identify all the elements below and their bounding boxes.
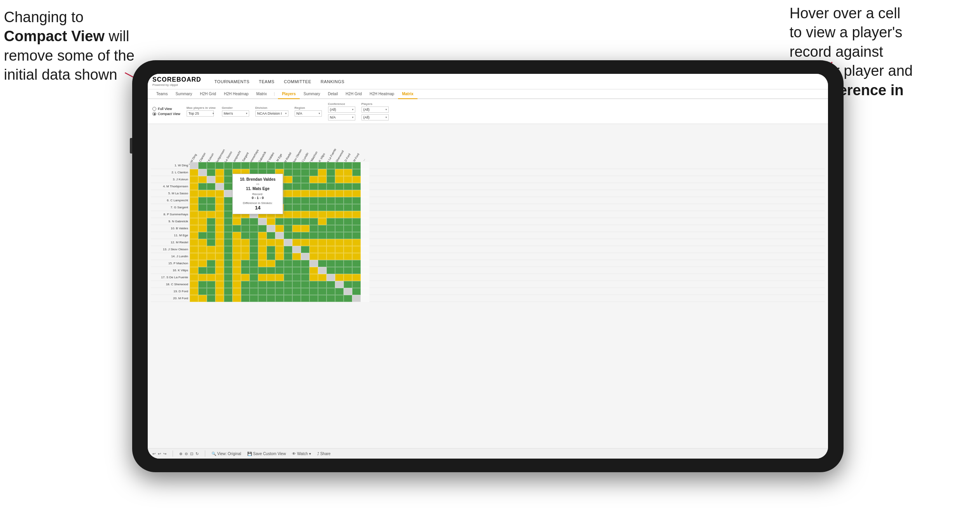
matrix-cell-18-2[interactable]	[207, 288, 215, 295]
matrix-cell-5-12[interactable]	[292, 197, 301, 204]
matrix-cell-9-10[interactable]	[275, 225, 284, 232]
matrix-cell-16-3[interactable]	[215, 274, 224, 281]
matrix-cell-18-18[interactable]	[344, 288, 352, 295]
matrix-cell-9-3[interactable]	[215, 225, 224, 232]
matrix-cell-0-8[interactable]	[258, 162, 267, 169]
matrix-cell-9-4[interactable]	[224, 225, 232, 232]
matrix-cell-10-18[interactable]	[344, 232, 352, 239]
tab-summary1[interactable]: Summary	[171, 89, 196, 99]
matrix-cell-1-19[interactable]	[352, 169, 361, 176]
matrix-cell-12-3[interactable]	[215, 246, 224, 253]
share-btn[interactable]: ⤴ Share	[317, 452, 330, 456]
matrix-cell-5-18[interactable]	[344, 197, 352, 204]
conference-select2[interactable]: N/A	[328, 114, 355, 120]
matrix-cell-13-5[interactable]	[232, 253, 241, 260]
matrix-cell-16-18[interactable]	[344, 274, 352, 281]
nav-rankings[interactable]: RANKINGS	[321, 78, 344, 86]
matrix-cell-11-17[interactable]	[335, 239, 344, 246]
matrix-cell-7-18[interactable]	[344, 211, 352, 218]
matrix-cell-8-2[interactable]	[207, 218, 215, 225]
matrix-cell-12-20[interactable]	[361, 246, 369, 253]
matrix-cell-2-15[interactable]	[318, 176, 327, 183]
matrix-cell-12-19[interactable]	[352, 246, 361, 253]
matrix-cell-13-19[interactable]	[352, 253, 361, 260]
matrix-cell-11-4[interactable]	[224, 239, 232, 246]
undo-btn2[interactable]: ↩	[158, 452, 161, 456]
matrix-cell-14-9[interactable]	[267, 260, 275, 267]
matrix-cell-5-13[interactable]	[301, 197, 309, 204]
matrix-cell-10-19[interactable]	[352, 232, 361, 239]
matrix-cell-14-18[interactable]	[344, 260, 352, 267]
matrix-cell-18-3[interactable]	[215, 288, 224, 295]
matrix-cell-10-17[interactable]	[335, 232, 344, 239]
matrix-cell-1-4[interactable]	[224, 169, 232, 176]
matrix-cell-15-1[interactable]	[198, 267, 207, 274]
matrix-cell-13-8[interactable]	[258, 253, 267, 260]
undo-btn[interactable]: ↩	[152, 452, 155, 456]
matrix-cell-7-12[interactable]	[292, 211, 301, 218]
watch-btn[interactable]: 👁 Watch ▾	[292, 452, 311, 456]
matrix-cell-15-5[interactable]	[232, 267, 241, 274]
matrix-cell-3-1[interactable]	[198, 183, 207, 190]
players-select2[interactable]: (All)	[362, 114, 389, 120]
matrix-cell-12-11[interactable]	[284, 246, 292, 253]
matrix-cell-10-20[interactable]	[361, 232, 369, 239]
matrix-cell-11-5[interactable]	[232, 239, 241, 246]
matrix-cell-18-20[interactable]	[361, 288, 369, 295]
matrix-cell-8-12[interactable]	[292, 218, 301, 225]
matrix-cell-4-4[interactable]	[224, 190, 232, 197]
matrix-cell-5-15[interactable]	[318, 197, 327, 204]
matrix-cell-18-6[interactable]	[241, 288, 250, 295]
matrix-cell-5-20[interactable]	[361, 197, 369, 204]
matrix-cell-2-2[interactable]	[207, 176, 215, 183]
matrix-cell-14-16[interactable]	[327, 260, 335, 267]
matrix-cell-16-12[interactable]	[292, 274, 301, 281]
matrix-cell-6-13[interactable]	[301, 204, 309, 211]
matrix-cell-15-19[interactable]	[352, 267, 361, 274]
matrix-cell-11-20[interactable]	[361, 239, 369, 246]
matrix-cell-13-0[interactable]	[190, 253, 198, 260]
matrix-cell-1-3[interactable]	[215, 169, 224, 176]
matrix-cell-3-11[interactable]	[284, 183, 292, 190]
matrix-cell-9-18[interactable]	[344, 225, 352, 232]
matrix-cell-5-14[interactable]	[309, 197, 318, 204]
matrix-cell-11-2[interactable]	[207, 239, 215, 246]
matrix-cell-6-18[interactable]	[344, 204, 352, 211]
matrix-cell-19-17[interactable]	[335, 295, 344, 302]
matrix-cell-3-20[interactable]	[361, 183, 369, 190]
matrix-cell-9-17[interactable]	[335, 225, 344, 232]
matrix-cell-5-4[interactable]	[224, 197, 232, 204]
matrix-cell-0-11[interactable]	[284, 162, 292, 169]
matrix-cell-3-4[interactable]	[224, 183, 232, 190]
matrix-cell-2-11[interactable]	[284, 176, 292, 183]
matrix-cell-1-16[interactable]	[327, 169, 335, 176]
matrix-cell-15-12[interactable]	[292, 267, 301, 274]
matrix-cell-9-6[interactable]	[241, 225, 250, 232]
matrix-cell-13-14[interactable]	[309, 253, 318, 260]
region-select[interactable]: N/A	[295, 110, 322, 117]
matrix-cell-17-20[interactable]	[361, 281, 369, 288]
matrix-cell-16-19[interactable]	[352, 274, 361, 281]
matrix-cell-14-4[interactable]	[224, 260, 232, 267]
matrix-cell-4-16[interactable]	[327, 190, 335, 197]
matrix-cell-15-8[interactable]	[258, 267, 267, 274]
matrix-cell-16-20[interactable]	[361, 274, 369, 281]
matrix-cell-18-12[interactable]	[292, 288, 301, 295]
matrix-cell-10-0[interactable]	[190, 232, 198, 239]
matrix-cell-11-7[interactable]	[250, 239, 258, 246]
matrix-cell-3-16[interactable]	[327, 183, 335, 190]
nav-tournaments[interactable]: TOURNAMENTS	[215, 78, 250, 86]
matrix-cell-9-11[interactable]	[284, 225, 292, 232]
matrix-cell-15-14[interactable]	[309, 267, 318, 274]
matrix-cell-12-1[interactable]	[198, 246, 207, 253]
matrix-cell-18-4[interactable]	[224, 288, 232, 295]
matrix-cell-16-7[interactable]	[250, 274, 258, 281]
matrix-cell-8-11[interactable]	[284, 218, 292, 225]
matrix-cell-16-2[interactable]	[207, 274, 215, 281]
matrix-cell-18-17[interactable]	[335, 288, 344, 295]
matrix-cell-16-9[interactable]	[267, 274, 275, 281]
matrix-cell-17-2[interactable]	[207, 281, 215, 288]
nav-committee[interactable]: COMMITTEE	[284, 78, 311, 86]
matrix-cell-0-5[interactable]	[232, 162, 241, 169]
matrix-cell-5-2[interactable]	[207, 197, 215, 204]
